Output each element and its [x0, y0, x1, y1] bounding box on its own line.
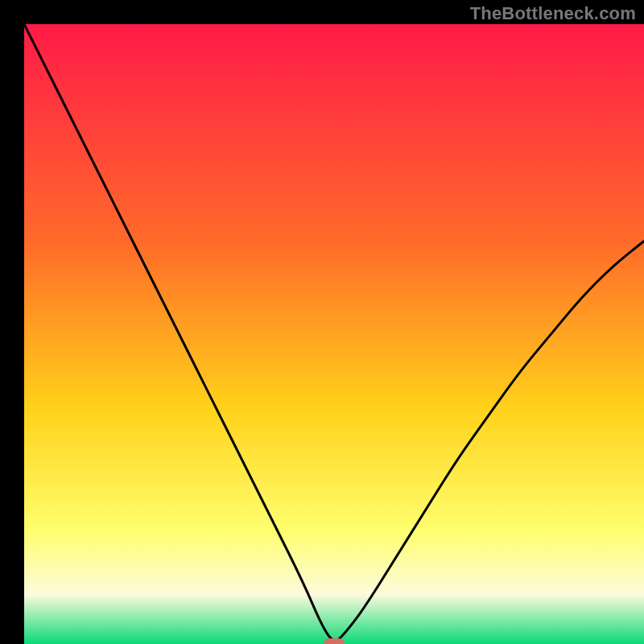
watermark-text: TheBottleneck.com — [470, 3, 636, 24]
chart-root: TheBottleneck.com — [0, 0, 644, 644]
bottleneck-curve — [24, 24, 644, 640]
curve-layer — [24, 24, 644, 644]
plot-area — [24, 24, 644, 644]
optimal-marker — [324, 638, 345, 644]
